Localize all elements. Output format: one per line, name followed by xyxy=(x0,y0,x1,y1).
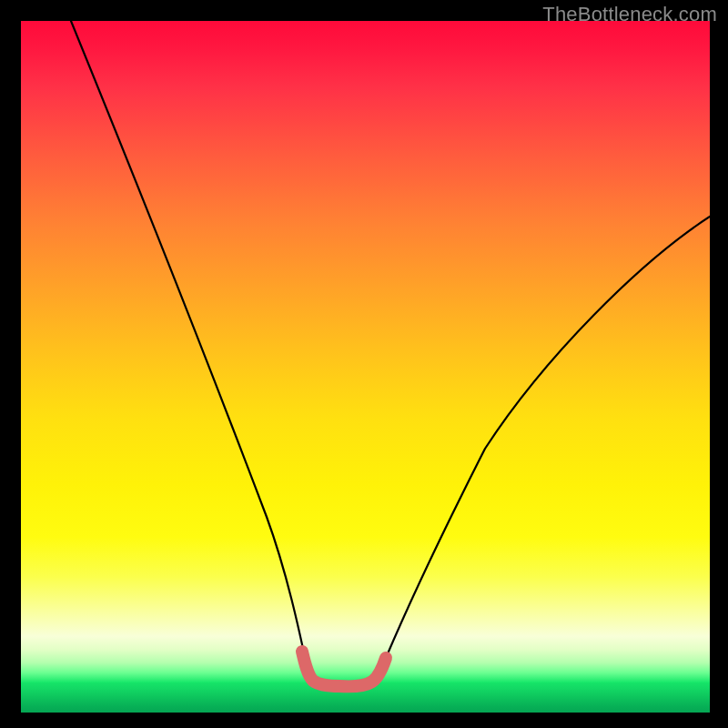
watermark-text: TheBottleneck.com xyxy=(542,3,717,26)
curve-svg xyxy=(21,21,710,713)
chart-stage: TheBottleneck.com xyxy=(0,0,728,728)
bottleneck-curve xyxy=(71,21,710,686)
highlight-segment xyxy=(302,652,386,686)
plot-area xyxy=(21,21,710,713)
